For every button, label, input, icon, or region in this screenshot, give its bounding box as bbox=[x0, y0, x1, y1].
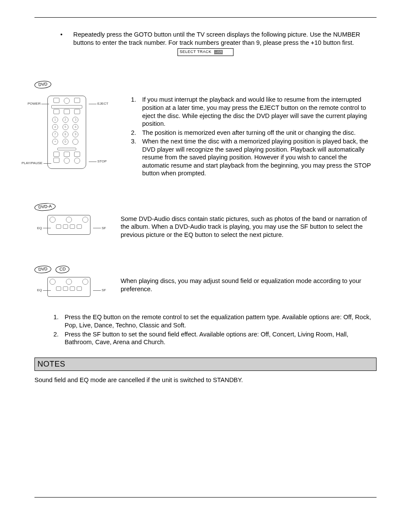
eq-sf-instructions-list: Press the EQ button on the remote contro… bbox=[60, 313, 377, 346]
select-track-label: SELECT TRACK bbox=[180, 50, 212, 55]
disc-badge-dvd-2: DVD bbox=[34, 265, 51, 273]
callout-playpause: PLAY/PAUSE bbox=[22, 161, 51, 165]
callout-stop: STOP bbox=[89, 159, 107, 164]
intro-bullet-text: Repeatedly press the GOTO button until t… bbox=[73, 31, 377, 47]
disc-badge-dvda: DVD-A bbox=[34, 202, 56, 211]
remote-illustration: POWER EJECT PLAY/PAUSE STOP 123 456 789 … bbox=[34, 96, 112, 173]
list-item: The position is memorized even after tur… bbox=[138, 129, 377, 137]
list-item: Press the SF button to set the sound fie… bbox=[60, 330, 377, 346]
callout-eject: EJECT bbox=[89, 102, 108, 106]
callout-sf-2: SF bbox=[93, 288, 106, 292]
header-rule bbox=[34, 17, 377, 18]
callout-power: POWER bbox=[28, 102, 49, 106]
intro-bullet: • Repeatedly press the GOTO button until… bbox=[60, 31, 377, 47]
select-track-value: --/15 bbox=[214, 50, 223, 54]
list-item: If you must interrupt the playback and w… bbox=[138, 96, 377, 128]
select-track-osd: SELECT TRACK --/15 bbox=[177, 48, 234, 56]
resume-instructions-list: If you must interrupt the playback and w… bbox=[138, 96, 377, 177]
footer-rule bbox=[34, 497, 377, 498]
bullet-dot: • bbox=[60, 31, 73, 47]
panel-illustration: EQ SF bbox=[34, 215, 112, 241]
notes-heading: NOTES bbox=[34, 358, 377, 371]
disc-badge-cd: CD bbox=[56, 265, 70, 274]
disc-badge-dvd: DVD bbox=[34, 80, 51, 88]
dvd-audio-pictures-para: Some DVD-Audio discs contain static pict… bbox=[121, 215, 377, 239]
list-item: Press the EQ button on the remote contro… bbox=[60, 313, 377, 329]
sound-adjust-para: When playing discs, you may adjust sound… bbox=[121, 277, 377, 293]
panel-illustration-2: EQ SF bbox=[34, 277, 112, 303]
notes-text: Sound field and EQ mode are cancelled if… bbox=[34, 376, 377, 384]
callout-sf: SF bbox=[93, 226, 106, 230]
list-item: When the next time the disc with a memor… bbox=[138, 137, 377, 177]
